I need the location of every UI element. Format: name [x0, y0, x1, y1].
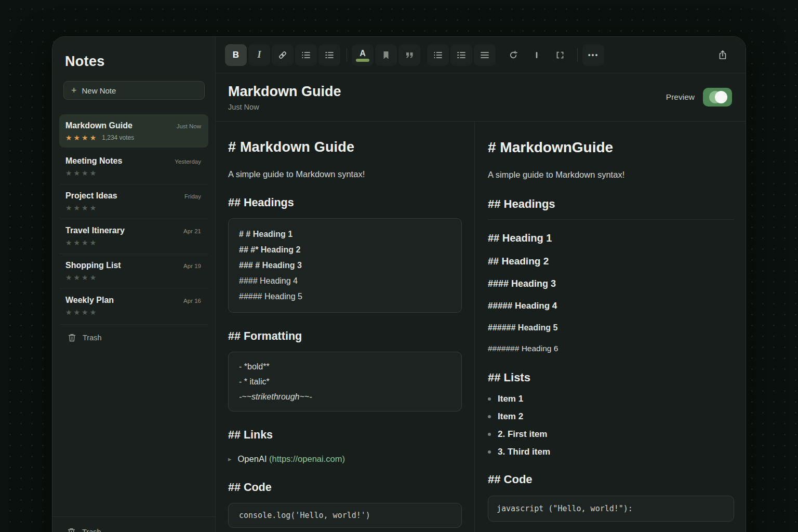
- note-time: Yesterday: [175, 158, 201, 165]
- bullet-list-button[interactable]: [295, 44, 317, 66]
- note-item-weekly-plan[interactable]: Weekly Plan Apr 16 ★★★★: [59, 288, 208, 323]
- preview-bullet-list: Item 1 Item 2 2. First item 3. Third ite…: [488, 394, 734, 457]
- new-note-label: New Note: [82, 86, 116, 95]
- bullet-icon: [488, 397, 491, 401]
- source-code-title: ## Code: [228, 481, 462, 494]
- text-color-icon: A: [360, 49, 366, 58]
- trash-item[interactable]: Trash: [59, 325, 208, 350]
- toggle-knob: [715, 91, 727, 103]
- toolbar-divider: [577, 48, 578, 62]
- color-swatch: [356, 59, 369, 62]
- trash-bottom-item[interactable]: Trash: [52, 516, 215, 532]
- bookmark-button[interactable]: [375, 44, 397, 66]
- note-item-markdown-guide[interactable]: Markdown Guide Just Now ★★★★ 1,234 votes: [59, 114, 208, 148]
- source-code-box: console.log('Hello, world!'): [228, 503, 462, 528]
- star-rating-icon: ★★★★: [65, 169, 98, 177]
- star-rating-icon: ★★★★: [65, 239, 98, 246]
- align-justify-icon: [480, 50, 490, 60]
- preview-heading: ##### Heading 4: [488, 301, 734, 311]
- trash-icon: [68, 333, 76, 342]
- headings-code-box: # # Heading 1 ## #* Heading 2 ### # Head…: [228, 218, 462, 313]
- align-justify-button[interactable]: [474, 44, 496, 66]
- plus-icon: +: [71, 86, 77, 95]
- bullet-icon: [488, 433, 491, 436]
- preview-heading: ####### Heading 6: [488, 344, 734, 353]
- markdown-source-pane[interactable]: # Markdown Guide A simple guide to Markd…: [216, 122, 474, 532]
- ordered-list-button[interactable]: [450, 44, 472, 66]
- preview-heading: ## Heading 1: [488, 232, 734, 244]
- share-button[interactable]: [712, 44, 734, 66]
- text-cursor-icon: [531, 50, 542, 60]
- note-item-meeting-notes[interactable]: Meeting Notes Yesterday ★★★★: [59, 150, 208, 184]
- unordered-list-icon: [433, 50, 443, 60]
- note-time: Friday: [184, 193, 201, 200]
- source-formatting-title: ## Formatting: [228, 330, 462, 343]
- star-rating-icon: ★★★★: [65, 134, 98, 141]
- note-header-left: Markdown Guide Just Now: [228, 84, 341, 111]
- bold-button[interactable]: B: [225, 44, 247, 66]
- code-line: - * italic*: [239, 374, 451, 389]
- note-title: Weekly Plan: [65, 296, 114, 305]
- note-time: Apr 21: [183, 228, 201, 234]
- link-url[interactable]: (https://openai.com): [269, 454, 345, 463]
- link-line: ▸ OpenAI (https://openai.com): [228, 454, 462, 464]
- code-line: ### # Heading 3: [239, 258, 451, 273]
- star-rating-icon: ★★★★: [65, 309, 98, 316]
- code-block-button[interactable]: [549, 44, 571, 66]
- star-rating-icon: ★★★★: [65, 204, 98, 211]
- bullet-icon: [488, 450, 491, 454]
- note-title: Markdown Guide: [65, 121, 132, 130]
- source-links-title: ## Links: [228, 429, 462, 442]
- italic-button[interactable]: I: [248, 44, 270, 66]
- note-votes: 1,234 votes: [102, 134, 134, 141]
- note-item-project-ideas[interactable]: Project Ideas Friday ★★★★: [59, 184, 208, 219]
- sidebar-spacer: [52, 350, 215, 516]
- ordered-list-icon: [456, 50, 467, 60]
- link-name: OpenAI: [238, 454, 267, 463]
- note-title: Shopping List: [65, 261, 121, 270]
- app-window: Notes + New Note Markdown Guide Just Now…: [52, 36, 746, 532]
- refresh-button[interactable]: [502, 44, 524, 66]
- note-title: Project Ideas: [65, 191, 117, 201]
- code-brackets-icon: [555, 50, 565, 60]
- star-rating-icon: ★★★★: [65, 274, 98, 281]
- note-title: Travel Itinerary: [65, 226, 125, 235]
- code-line: ##### Heading 5: [239, 289, 451, 304]
- preview-lists-title: ## Lists: [488, 371, 734, 384]
- bullet-icon: [488, 415, 491, 418]
- note-time: Just Now: [177, 123, 201, 129]
- text-color-button[interactable]: A: [352, 44, 374, 66]
- source-headings-title: ## Headings: [228, 196, 462, 209]
- task-list-button[interactable]: [318, 44, 340, 66]
- note-item-travel-itinerary[interactable]: Travel Itinerary Apr 21 ★★★★: [59, 219, 208, 254]
- preview-heading: #### Heading 3: [488, 278, 734, 289]
- more-options-button[interactable]: •••: [582, 44, 604, 66]
- note-timestamp: Just Now: [228, 103, 341, 111]
- preview-heading: ## Heading 2: [488, 256, 734, 267]
- unordered-list-button[interactable]: [427, 44, 449, 66]
- code-line: ## #* Heading 2: [239, 242, 451, 258]
- markdown-preview-pane: # MarkdownGuide A simple guide to Markdo…: [474, 122, 746, 532]
- quote-button[interactable]: [398, 44, 420, 66]
- task-list-icon: [324, 50, 335, 60]
- preview-headings-title: ## Headings: [488, 197, 734, 220]
- new-note-button[interactable]: + New Note: [63, 81, 205, 100]
- quote-icon: [405, 50, 414, 60]
- bookmark-icon: [381, 50, 391, 60]
- preview-h1: # MarkdownGuide: [488, 139, 734, 156]
- link-icon: [277, 50, 288, 60]
- link-button[interactable]: [272, 44, 294, 66]
- list-item: 2. First item: [488, 429, 734, 440]
- preview-code-title: ## Code: [488, 473, 734, 486]
- source-h1: # Markdown Guide: [228, 139, 462, 155]
- preview-heading: ###### Heading 5: [488, 323, 734, 332]
- code-line: console.log('Hello, world!'): [239, 511, 370, 520]
- code-line: - *bold**: [239, 359, 451, 374]
- cursor-button[interactable]: [526, 44, 548, 66]
- source-intro: A simple guide to Markdown syntax!: [228, 169, 462, 179]
- note-item-shopping-list[interactable]: Shopping List Apr 19 ★★★★: [59, 254, 208, 288]
- preview-toggle[interactable]: [703, 88, 732, 107]
- note-time: Apr 16: [183, 298, 201, 304]
- list-item: Item 2: [488, 411, 734, 422]
- note-title-heading: Markdown Guide: [228, 84, 341, 100]
